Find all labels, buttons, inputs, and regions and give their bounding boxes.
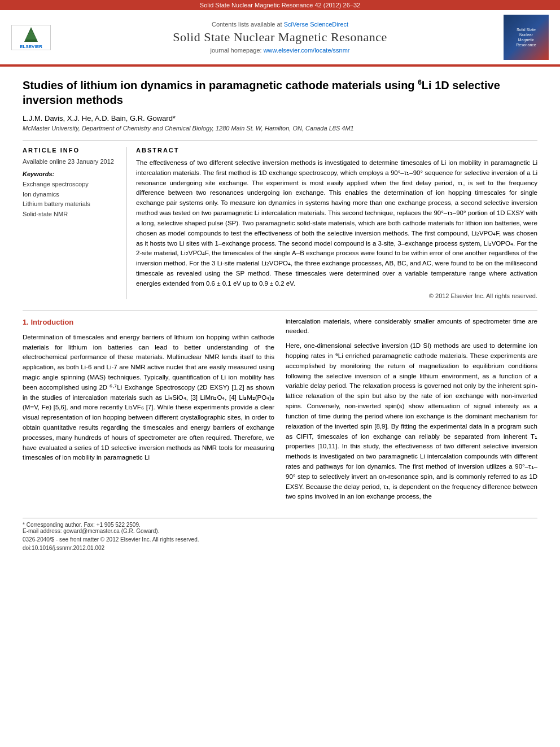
elsevier-logo-image: ELSEVIER [11, 25, 51, 50]
keyword-3: Lithium battery materials [23, 199, 117, 209]
article-info-heading: ARTICLE INFO [23, 147, 117, 154]
banner-text: Solid State Nuclear Magnetic Resonance 4… [200, 2, 360, 8]
contents-text: Contents lists available at [212, 21, 282, 28]
intro-paragraph-3: Here, one-dimensional selective inversio… [286, 341, 537, 502]
journal-header-center: Contents lists available at SciVerse Sci… [56, 21, 504, 54]
available-online: Available online 23 January 2012 [23, 158, 117, 165]
article-info: ARTICLE INFO Available online 23 January… [23, 147, 127, 299]
article-title: Studies of lithium ion dynamics in param… [23, 78, 537, 107]
abstract-text: The effectiveness of two different selec… [136, 158, 537, 289]
keywords-list: Exchange spectroscopy Ion dynamics Lithi… [23, 180, 117, 219]
email-address: E-mail address: goward@mcmaster.ca (G.R.… [23, 528, 537, 534]
journal-header: ELSEVIER Contents lists available at Sci… [0, 10, 560, 65]
keyword-4: Solid-state NMR [23, 209, 117, 220]
intro-paragraph-2: intercalation materials, where considera… [286, 317, 537, 337]
keywords-label: Keywords: [23, 171, 117, 177]
footer-doi: doi:10.1016/j.ssnmr.2012.01.002 [23, 545, 537, 551]
journal-banner: Solid State Nuclear Magnetic Resonance 4… [0, 0, 560, 10]
article-content: Studies of lithium ion dynamics in param… [0, 67, 560, 562]
abstract-section: ABSTRACT The effectiveness of two differ… [127, 147, 537, 299]
introduction-heading: 1. Introduction [23, 317, 274, 328]
contents-line: Contents lists available at SciVerse Sci… [56, 21, 504, 28]
footer-issn: 0326-2040/$ - see front matter © 2012 El… [23, 536, 537, 543]
affiliation: McMaster University, Department of Chemi… [23, 125, 537, 132]
elsevier-logo: ELSEVIER [11, 25, 56, 50]
corresponding-author: * Corresponding author. Fax: +1 905 522 … [23, 522, 537, 528]
info-abstract-section: ARTICLE INFO Available online 23 January… [23, 141, 537, 299]
section-divider [23, 311, 537, 311]
body-columns: 1. Introduction Determination of timesca… [23, 317, 537, 507]
journal-homepage: journal homepage: www.elsevier.com/locat… [56, 47, 504, 54]
intro-paragraph-1: Determination of timescales and energy b… [23, 333, 274, 464]
authors: L.J.M. Davis, X.J. He, A.D. Bain, G.R. G… [23, 114, 537, 123]
homepage-url[interactable]: www.elsevier.com/locate/ssnmr [264, 47, 350, 54]
journal-logo-right: Solid StateNuclearMagneticResonance [504, 15, 549, 60]
keyword-1: Exchange spectroscopy [23, 180, 117, 190]
footer-note: * Corresponding author. Fax: +1 905 522 … [23, 518, 537, 534]
svg-marker-2 [25, 29, 37, 40]
doi-text: doi:10.1016/j.ssnmr.2012.01.002 [23, 545, 104, 551]
body-left-column: 1. Introduction Determination of timesca… [23, 317, 274, 507]
journal-title: Solid State Nuclear Magnetic Resonance [56, 30, 504, 45]
sciverse-link[interactable]: SciVerse ScienceDirect [284, 21, 348, 28]
keyword-2: Ion dynamics [23, 190, 117, 200]
copyright-line: © 2012 Elsevier Inc. All rights reserved… [136, 292, 537, 299]
abstract-heading: ABSTRACT [136, 147, 537, 154]
body-right-column: intercalation materials, where considera… [286, 317, 537, 507]
issn-text: 0326-2040/$ - see front matter © 2012 El… [23, 536, 199, 543]
keywords-section: Keywords: Exchange spectroscopy Ion dyna… [23, 171, 117, 219]
